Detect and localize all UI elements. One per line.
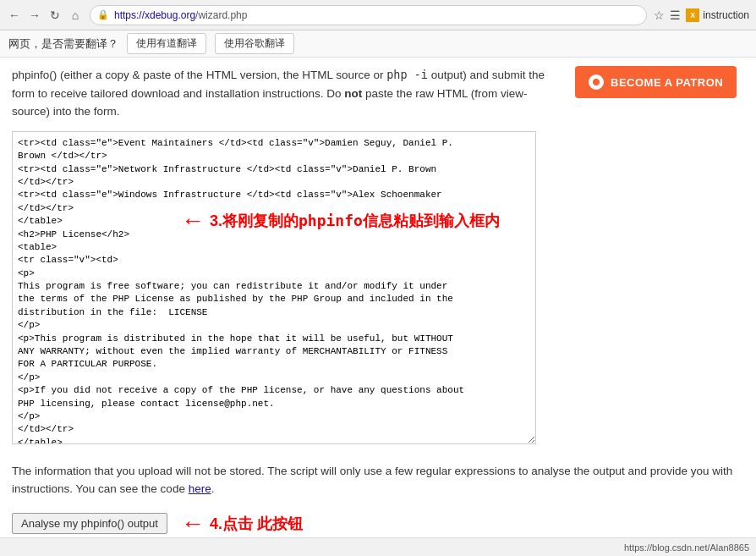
home-button[interactable]: ⌂ — [68, 8, 83, 23]
url-host: https://xdebug.org — [114, 9, 195, 21]
main-content: phpinfo() (either a copy & paste of the … — [0, 58, 756, 556]
reload-button[interactable]: ↻ — [47, 8, 63, 23]
patron-icon-inner — [593, 79, 600, 85]
top-section: phpinfo() (either a copy & paste of the … — [12, 66, 744, 457]
patron-label: BECOME A PATRON — [611, 76, 723, 89]
google-translate-button[interactable]: 使用谷歌翻译 — [215, 33, 294, 54]
youdao-translate-button[interactable]: 使用有道翻译 — [127, 33, 206, 54]
forward-button[interactable]: → — [27, 8, 42, 23]
lock-icon: 🔒 — [97, 9, 109, 20]
intro-text-before: phpinfo() (either a copy & paste of the … — [12, 69, 545, 118]
back-button[interactable]: ← — [7, 8, 22, 23]
code-box-wrapper: ← 3.将刚复制的phpinfo信息粘贴到输入框内 — [12, 131, 562, 447]
tab-info: X instruction — [686, 8, 749, 22]
favicon: X — [686, 8, 699, 22]
become-patron-button[interactable]: BECOME A PATRON — [575, 66, 737, 98]
right-panel: BECOME A PATRON — [575, 66, 744, 457]
bottom-paragraph: The information that you upload will not… — [12, 462, 744, 498]
address-url: https://xdebug.org/wizard.php — [114, 9, 247, 21]
status-url: https://blog.csdn.net/Alan8865 — [624, 542, 749, 553]
button-area: Analyse my phpinfo() output ← 4.点击 此按钮 — [12, 510, 744, 537]
phpinfo-textarea[interactable] — [12, 131, 536, 444]
bookmark-icon[interactable]: ☆ — [654, 8, 665, 22]
bottom-text-2: . — [211, 482, 215, 495]
translate-bar: 网页，是否需要翻译？ 使用有道翻译 使用谷歌翻译 — [0, 30, 756, 58]
tab-title: instruction — [703, 9, 749, 21]
browser-controls: ← → ↻ ⌂ — [7, 8, 83, 23]
browser-bar: ← → ↻ ⌂ 🔒 https://xdebug.org/wizard.php … — [0, 0, 756, 30]
url-path: /wizard.php — [195, 9, 247, 21]
bottom-text-1: The information that you upload will not… — [12, 465, 732, 496]
annotation-arrow-2: ← 4.点击 此按钮 — [181, 510, 303, 537]
browser-right: ☆ ☰ X instruction — [654, 8, 749, 22]
address-bar[interactable]: 🔒 https://xdebug.org/wizard.php — [90, 5, 647, 25]
here-link[interactable]: here — [189, 482, 211, 495]
arrow-icon-2: ← — [181, 510, 205, 537]
status-bar: https://blog.csdn.net/Alan8865 — [0, 537, 756, 556]
menu-icon[interactable]: ☰ — [670, 8, 681, 22]
patron-icon — [589, 74, 604, 90]
analyse-button[interactable]: Analyse my phpinfo() output — [12, 513, 167, 534]
translate-label: 网页，是否需要翻译？ — [8, 36, 118, 52]
text-and-box: phpinfo() (either a copy & paste of the … — [12, 66, 562, 457]
intro-paragraph: phpinfo() (either a copy & paste of the … — [12, 66, 562, 121]
annotation-text-2: 4.点击 此按钮 — [210, 514, 303, 534]
